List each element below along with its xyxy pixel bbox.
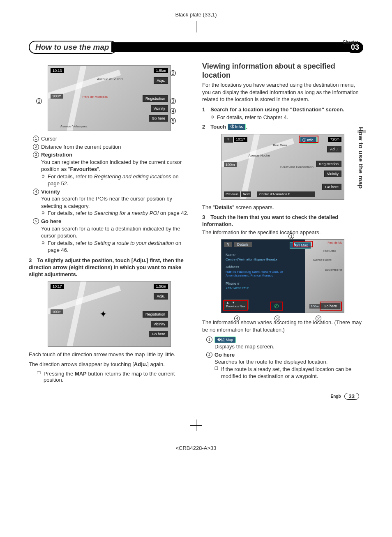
vicinity-button: Vicinity: [151, 321, 168, 327]
callout-2: 2: [170, 70, 176, 76]
clock-badge: 10:17: [234, 137, 247, 142]
phone-value: +33-142891712: [226, 286, 249, 290]
item-text: You can search for the POIs near the cur…: [41, 196, 172, 209]
vicinity-button: Vicinity: [324, 171, 341, 177]
name-label: Name: [226, 253, 235, 257]
list-item: �組 Map Displays the map screen.: [206, 336, 363, 350]
highlight-box: [270, 302, 283, 311]
text: Pressing the: [44, 371, 75, 377]
ref-text: For details, refer to: [48, 210, 94, 216]
list-item: Cursor: [33, 135, 190, 143]
details-list: �組 Map Displays the map screen. Go here …: [206, 336, 363, 380]
title-bar: How to use the map 03: [29, 41, 363, 54]
adju-button: Adju.: [327, 146, 341, 152]
side-tab: How to use the map: [357, 127, 364, 189]
road-graphic: [64, 281, 87, 347]
item-title: Go here: [214, 352, 235, 358]
distance-badge: 1.5km: [154, 68, 168, 73]
item-title: Registration: [41, 152, 72, 158]
direction-arrows: ✦: [99, 309, 107, 320]
street-label: Avenue Velasquez: [60, 124, 88, 128]
right-column: Viewing information about a specified lo…: [202, 62, 363, 383]
go-here-button: Go here: [149, 331, 168, 337]
callout-list: Cursor Distance from the current positio…: [33, 135, 190, 254]
language-label: Engb: [331, 394, 341, 399]
item-text: You can register the location indicated …: [41, 159, 182, 173]
road-graphic: [238, 134, 260, 200]
phone-label: Phone #: [226, 281, 240, 286]
favourites-word: Favourites: [70, 166, 97, 172]
page-number: 33: [344, 393, 359, 400]
list-item: Distance from the current position: [33, 143, 190, 151]
step-3: 3 To slightly adjust the position, touch…: [29, 257, 190, 278]
info-button-inline: ⓘ Info.: [228, 124, 246, 130]
cross-ref: For details, refer to Searching for a ne…: [41, 210, 190, 217]
go-here-button: Go here: [322, 184, 341, 190]
page-title: How to use the map: [29, 41, 117, 54]
list-item: Vicinity You can search for the POIs nea…: [33, 188, 190, 217]
left-column: 10:13 1.5km 100m Avenue de Villiers Parc…: [29, 62, 190, 383]
details-title: Details: [234, 242, 252, 247]
next-button: Next: [241, 191, 251, 197]
highlight-box: [320, 302, 342, 311]
distance-badge: 1.5km: [154, 284, 168, 289]
body-text: The "Details" screen appears.: [202, 204, 363, 211]
back-button: ↰: [224, 242, 232, 247]
poi-label: Centre d'Animation E: [257, 191, 315, 197]
ref-title: Registering and editing locations: [94, 173, 171, 180]
ref-title: Setting a route to your destination: [94, 240, 174, 246]
go-here-button: Go here: [149, 115, 168, 122]
adju-word: Adju.: [134, 361, 148, 367]
details-word: Details: [215, 204, 233, 210]
item-text: Displays the map screen.: [214, 343, 274, 350]
plate-line: Black plate (33,1): [0, 12, 392, 18]
page-footer: Engb 33: [29, 393, 363, 400]
mini-label: Boulevard Ha: [325, 268, 342, 271]
body-text: The information for the specified locati…: [202, 229, 363, 236]
name-value: Centre d'Animation Espace Beaujon: [226, 258, 278, 261]
street-label: Avenue de Villiers: [97, 77, 123, 81]
title-fill: [111, 42, 352, 52]
prev-button: Previous: [224, 191, 240, 197]
distance-badge: 720m: [328, 137, 341, 142]
item-text: Searches for the route to the displayed …: [214, 359, 327, 365]
text: The direction arrows disappear by touchi…: [29, 361, 134, 367]
adju-button: Adju.: [154, 77, 168, 84]
callout-4: 4: [170, 108, 176, 114]
section-heading: Viewing information about a specified lo…: [202, 62, 363, 80]
figure-1-map: 10:13 1.5km 100m Avenue de Villiers Parc…: [48, 65, 171, 131]
list-item: Go here You can search for a route to a …: [33, 218, 190, 254]
ref-title: Searching for a nearby POI: [94, 210, 159, 216]
clock-badge: 10:13: [51, 68, 64, 73]
street-label: Avenue Hoche: [249, 154, 270, 157]
crop-mark-bottom: [190, 419, 202, 431]
ref-text: For details, refer to: [48, 173, 94, 180]
step-2: 2 Touch ⓘ Info..: [202, 124, 363, 131]
list-item: Registration You can register the locati…: [33, 151, 190, 187]
figure-3-map-info: 10:17 ↰ 720m 100m Avenue Hoche Boulevard…: [221, 134, 344, 200]
ref-text: on page 42.: [159, 210, 188, 216]
registration-button: Registration: [316, 161, 341, 167]
text: " screen appears.: [232, 204, 274, 210]
mini-label: Parc de Mo: [327, 241, 342, 244]
highlight-box: [293, 241, 313, 247]
scale-badge: 100m: [309, 304, 320, 309]
item-title: Vicinity: [41, 189, 60, 195]
address-label: Address: [226, 265, 239, 269]
cross-ref: For details, refer to Chapter 4.: [210, 114, 363, 120]
callout-1: 1: [288, 233, 294, 239]
mini-label: Rue Daru: [323, 249, 336, 252]
cross-ref: For details, refer to Registering and ed…: [41, 173, 190, 187]
callout-5: 5: [170, 118, 176, 124]
park-label: Parc de Monceau: [82, 95, 108, 99]
clock-badge: 10:17: [51, 284, 64, 289]
text: The ": [202, 204, 215, 210]
note-item: If the route is already set, the display…: [214, 366, 363, 380]
crop-mark-top: [190, 21, 202, 32]
chapter-label: Chapter: [343, 40, 358, 44]
item-title: Go here: [41, 218, 61, 224]
body-text: For the locations you have searched usin…: [202, 81, 363, 103]
step-1: 1 Search for a location using the "Desti…: [202, 106, 363, 113]
registration-button: Registration: [143, 311, 168, 318]
step-3-right: 3 Touch the item that you want to check …: [202, 214, 363, 228]
